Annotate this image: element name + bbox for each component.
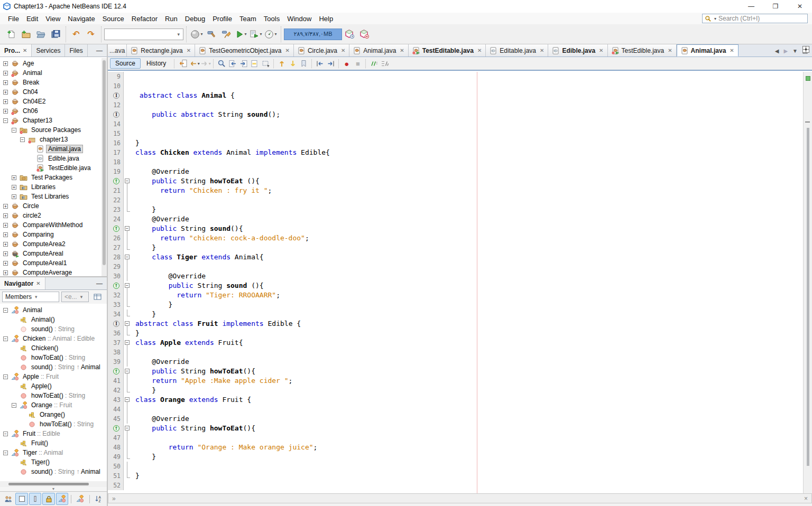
close-icon[interactable]: ✕ bbox=[341, 48, 345, 53]
editor-tab[interactable]: ...ava bbox=[108, 44, 127, 57]
scroll-right-icon[interactable]: ▶ bbox=[783, 48, 788, 54]
save-all-icon[interactable] bbox=[49, 27, 62, 42]
editor-tab[interactable]: TestEditable.java✕ bbox=[409, 44, 486, 57]
collapse-icon[interactable]: − bbox=[3, 118, 8, 123]
tree-item[interactable]: +Test Libraries bbox=[0, 192, 102, 201]
search-scope-caret[interactable]: ▾ bbox=[714, 16, 716, 21]
next-bookmark-icon[interactable] bbox=[287, 58, 298, 69]
collapse-handle-icon[interactable]: ▼ bbox=[0, 487, 107, 491]
split-document-icon[interactable] bbox=[802, 45, 810, 53]
profiler-clock-icon[interactable] bbox=[343, 27, 356, 42]
fold-collapse-icon[interactable]: − bbox=[125, 179, 130, 183]
expand-icon[interactable]: + bbox=[12, 175, 16, 180]
show-inherited-members-icon[interactable] bbox=[2, 493, 14, 505]
search-icon[interactable] bbox=[705, 15, 712, 22]
comment-icon[interactable] bbox=[368, 58, 379, 69]
expand-icon[interactable]: + bbox=[3, 109, 8, 114]
expand-icon[interactable]: + bbox=[3, 71, 8, 76]
close-icon[interactable]: ✕ bbox=[285, 48, 290, 53]
implements-glyph-icon[interactable]: I bbox=[113, 321, 119, 327]
fold-collapse-icon[interactable]: − bbox=[125, 255, 130, 259]
tree-item[interactable]: −Source Packages bbox=[0, 125, 102, 135]
tree-item[interactable]: −chapter13 bbox=[0, 135, 102, 144]
fold-collapse-icon[interactable]: − bbox=[125, 426, 130, 430]
member-item[interactable]: −Animal bbox=[0, 305, 107, 315]
scope-filter-select[interactable]: <e...▾ bbox=[61, 292, 89, 302]
fold-collapse-icon[interactable]: − bbox=[125, 283, 130, 288]
tree-item[interactable]: +CompareWithMethod bbox=[0, 220, 102, 230]
member-item[interactable]: Animal() bbox=[0, 315, 107, 324]
expand-icon[interactable]: + bbox=[3, 99, 8, 104]
fold-collapse-icon[interactable]: − bbox=[125, 340, 130, 345]
minimize-icon[interactable]: — bbox=[739, 0, 763, 13]
menu-window[interactable]: Window bbox=[283, 14, 315, 24]
find-next-icon[interactable] bbox=[238, 58, 249, 69]
close-icon[interactable]: ✕ bbox=[477, 48, 482, 53]
close-icon[interactable]: ✕ bbox=[400, 48, 404, 53]
menu-navigate[interactable]: Navigate bbox=[64, 14, 98, 24]
show-fields-icon[interactable] bbox=[15, 493, 27, 505]
tree-item[interactable]: −Chapter13 bbox=[0, 116, 102, 125]
close-icon[interactable]: × bbox=[804, 495, 808, 502]
tree-item[interactable]: +ComputeAverage bbox=[0, 268, 102, 276]
new-project-icon[interactable] bbox=[19, 27, 33, 42]
member-item[interactable]: Tiger() bbox=[0, 457, 107, 467]
tree-item[interactable]: +Break bbox=[0, 78, 102, 87]
restore-icon[interactable]: ❐ bbox=[763, 0, 788, 13]
expand-chevron-icon[interactable]: » bbox=[112, 495, 116, 502]
expand-icon[interactable]: + bbox=[3, 213, 8, 218]
collapse-icon[interactable]: − bbox=[3, 432, 8, 436]
inherited-view-icon[interactable] bbox=[91, 291, 104, 303]
error-stripe[interactable] bbox=[803, 72, 812, 493]
show-statics-icon[interactable] bbox=[29, 493, 41, 505]
expand-icon[interactable]: + bbox=[3, 80, 8, 85]
fold-collapse-icon[interactable]: − bbox=[125, 397, 130, 402]
member-item[interactable]: −Fruit :: Edible bbox=[0, 429, 107, 438]
tree-item[interactable]: Animal.java bbox=[0, 144, 102, 154]
show-anonymous-icon[interactable] bbox=[74, 493, 86, 505]
scrollbar-thumb[interactable] bbox=[103, 60, 106, 265]
member-item[interactable]: sound() : String bbox=[0, 324, 107, 334]
editor-tab[interactable]: Animal.java✕ bbox=[677, 44, 739, 57]
expand-icon[interactable]: + bbox=[12, 185, 16, 190]
editor-tab[interactable]: Circle.java✕ bbox=[294, 44, 349, 57]
tab-files[interactable]: Files bbox=[65, 44, 87, 57]
scrollbar-thumb[interactable] bbox=[8, 483, 89, 485]
tab-list-icon[interactable]: ▼ bbox=[792, 48, 798, 54]
tree-item[interactable]: +circle2 bbox=[0, 211, 102, 220]
tab-projects[interactable]: Pro...✕ bbox=[0, 44, 32, 57]
back-icon[interactable]: ▾ bbox=[189, 58, 200, 69]
find-icon[interactable] bbox=[216, 58, 227, 69]
member-item[interactable]: −Apple :: Fruit bbox=[0, 372, 107, 381]
prev-bookmark-icon[interactable] bbox=[276, 58, 287, 69]
collapse-icon[interactable]: − bbox=[3, 374, 8, 379]
close-icon[interactable]: ✕ bbox=[187, 48, 191, 53]
editor-tab[interactable]: Animal.java✕ bbox=[349, 44, 408, 57]
tree-item[interactable]: +Circle bbox=[0, 201, 102, 211]
overrides-glyph-icon[interactable]: ↑ bbox=[113, 425, 119, 432]
expand-icon[interactable]: + bbox=[3, 223, 8, 228]
tree-item[interactable]: +Ch04 bbox=[0, 87, 102, 97]
projects-scrollbar[interactable] bbox=[102, 58, 107, 276]
overrides-glyph-icon[interactable]: ↑ bbox=[113, 283, 119, 289]
member-item[interactable]: sound() : String ↑ Animal bbox=[0, 362, 107, 372]
menu-profile[interactable]: Profile bbox=[209, 14, 236, 24]
tree-item[interactable]: +ComputeAreal bbox=[0, 249, 102, 258]
find-prev-icon[interactable] bbox=[227, 58, 238, 69]
expand-icon[interactable]: + bbox=[3, 204, 8, 209]
shift-right-icon[interactable] bbox=[325, 58, 336, 69]
editor-tab[interactable]: TestEdible.java✕ bbox=[608, 44, 677, 57]
member-item[interactable]: howToEat() : String bbox=[0, 391, 107, 400]
tree-item[interactable]: +ComputeAreal1 bbox=[0, 258, 102, 268]
menu-run[interactable]: Run bbox=[161, 14, 181, 24]
member-item[interactable]: −Orange :: Fruit bbox=[0, 400, 107, 410]
close-icon[interactable]: ✕ bbox=[730, 48, 734, 53]
menu-team[interactable]: Team bbox=[236, 14, 260, 24]
collapse-icon[interactable]: − bbox=[12, 128, 16, 133]
minimize-pane-icon[interactable]: — bbox=[92, 44, 107, 57]
members-view-select[interactable]: Members▾ bbox=[2, 292, 59, 302]
navigator-hscrollbar[interactable] bbox=[0, 481, 107, 487]
highlight-icon[interactable] bbox=[249, 58, 260, 69]
tree-item[interactable]: +Libraries bbox=[0, 182, 102, 192]
member-item[interactable]: howToEat() : String bbox=[0, 419, 107, 429]
